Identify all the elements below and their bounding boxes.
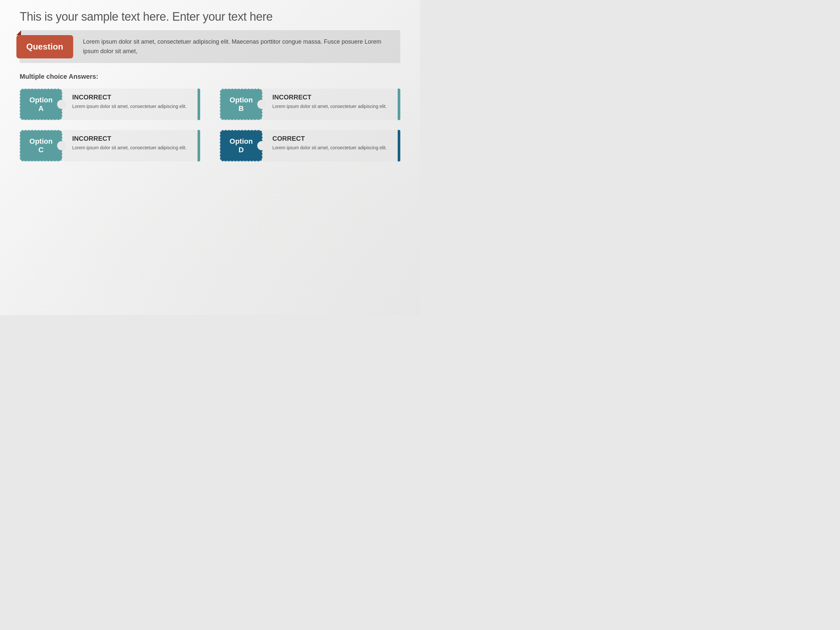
question-banner: Question Lorem ipsum dolor sit amet, con… [20,30,400,63]
option-c-label: OptionC [30,137,53,154]
option-badge-b: OptionB [220,88,262,120]
option-badge-c: OptionC [20,130,62,161]
option-card-d[interactable]: OptionD CORRECT Lorem ipsum dolor sit am… [220,130,400,161]
option-d-accent [398,130,400,161]
option-b-label: OptionB [230,96,253,113]
question-label: Question [16,35,73,58]
answers-heading: Multiple choice Answers: [20,73,400,81]
option-a-desc: Lorem ipsum dolor sit amet, consectetuer… [72,103,191,110]
option-d-status: CORRECT [272,135,391,142]
option-badge-a: OptionA [20,88,62,120]
option-d-label: OptionD [230,137,253,154]
option-a-status: INCORRECT [72,93,191,101]
option-c-status: INCORRECT [72,135,191,142]
option-card-c[interactable]: OptionC INCORRECT Lorem ipsum dolor sit … [20,130,200,161]
option-d-content: CORRECT Lorem ipsum dolor sit amet, cons… [262,130,398,161]
option-badge-d: OptionD [220,130,262,161]
option-c-content: INCORRECT Lorem ipsum dolor sit amet, co… [62,130,197,161]
question-text: Lorem ipsum dolor sit amet, consectetuer… [83,37,400,56]
option-c-accent [197,130,200,161]
page-content: This is your sample text here. Enter you… [0,0,420,171]
option-b-content: INCORRECT Lorem ipsum dolor sit amet, co… [262,88,398,120]
option-a-content: INCORRECT Lorem ipsum dolor sit amet, co… [62,88,197,120]
option-b-status: INCORRECT [272,93,391,101]
option-d-desc: Lorem ipsum dolor sit amet, consectetuer… [272,144,391,151]
question-label-wrap: Question [16,35,73,58]
option-b-accent [398,88,400,120]
option-c-desc: Lorem ipsum dolor sit amet, consectetuer… [72,144,191,151]
option-a-label: OptionA [30,96,53,113]
options-grid: OptionA INCORRECT Lorem ipsum dolor sit … [20,88,400,161]
option-card-b[interactable]: OptionB INCORRECT Lorem ipsum dolor sit … [220,88,400,120]
option-card-a[interactable]: OptionA INCORRECT Lorem ipsum dolor sit … [20,88,200,120]
option-a-accent [197,88,200,120]
main-title: This is your sample text here. Enter you… [20,10,400,24]
option-b-desc: Lorem ipsum dolor sit amet, consectetuer… [272,103,391,110]
